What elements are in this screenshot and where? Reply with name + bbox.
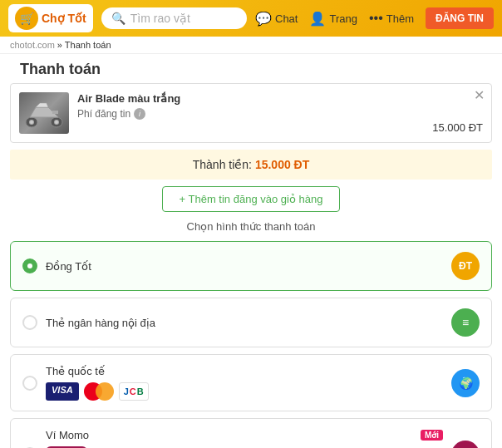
close-button[interactable]: ✕ — [474, 89, 485, 102]
search-icon: 🔍 — [111, 12, 126, 25]
payment-label-momo: Ví Momo — [46, 429, 416, 441]
user-icon: 👤 — [309, 11, 326, 27]
product-info: Air Blade màu trắng Phí đăng tin i — [77, 92, 483, 120]
nav-items: 💬 Chat 👤 Trang ••• Thêm ĐĂNG TIN — [255, 7, 494, 29]
payment-section-title: Chọn hình thức thanh toán — [10, 220, 492, 233]
radio-bank — [22, 315, 37, 330]
icon-intl: 🌍 — [451, 369, 480, 397]
product-image — [19, 92, 69, 134]
product-name: Air Blade màu trắng — [77, 92, 483, 105]
header: 🛒 Chợ Tốt 🔍 Tìm rao vặt 💬 Chat 👤 Trang •… — [0, 0, 502, 37]
payment-label-bank: Thẻ ngân hàng nội địa — [46, 317, 443, 329]
nav-them-label: Thêm — [386, 12, 414, 25]
nav-chat-label: Chat — [275, 12, 298, 25]
jcb-logo: JCB — [119, 382, 149, 401]
fee-label: Phí đăng tin — [77, 108, 130, 120]
search-input[interactable]: Tìm rao vặt — [130, 12, 190, 25]
visa-logo: VISA — [46, 382, 79, 401]
nav-them[interactable]: ••• Thêm — [369, 11, 414, 26]
payment-option-momo[interactable]: Ví Momo Mới momo 💳 — [10, 418, 492, 448]
search-bar[interactable]: 🔍 Tìm rao vặt — [101, 7, 247, 29]
total-label: Thành tiền: — [193, 158, 252, 171]
icon-dong-tot: ĐT — [451, 252, 480, 280]
breadcrumb-home[interactable]: chotot.com — [10, 40, 55, 50]
radio-dong-tot — [22, 258, 37, 273]
payment-option-intl[interactable]: Thẻ quốc tế VISA JCB 🌍 — [10, 354, 492, 411]
register-button[interactable]: ĐĂNG TIN — [426, 7, 494, 29]
payment-option-dong-tot[interactable]: Đồng Tốt ĐT — [10, 241, 492, 291]
chat-icon: 💬 — [255, 11, 272, 27]
payment-label-dong-tot: Đồng Tốt — [46, 260, 443, 273]
payment-label-intl: Thẻ quốc tế — [46, 365, 105, 377]
add-cart-button[interactable]: + Thêm tin đăng vào giỏ hàng — [162, 186, 341, 212]
more-icon: ••• — [369, 11, 383, 26]
nav-trang[interactable]: 👤 Trang — [309, 11, 357, 27]
nav-chat[interactable]: 💬 Chat — [255, 11, 298, 27]
icon-momo: 💳 — [451, 441, 480, 449]
payment-option-bank[interactable]: Thẻ ngân hàng nội địa ≡ — [10, 298, 492, 347]
svg-point-4 — [30, 121, 33, 124]
momo-new-badge: Mới — [421, 430, 443, 441]
product-price: 15.000 ĐT — [432, 121, 483, 134]
nav-trang-label: Trang — [329, 12, 357, 25]
breadcrumb: chotot.com » Thanh toán — [0, 37, 502, 54]
radio-intl — [22, 376, 37, 391]
main-content: Thanh toán Air Blade màu trắng — [0, 54, 502, 448]
logo[interactable]: 🛒 Chợ Tốt — [8, 4, 93, 32]
page-title: Thanh toán — [10, 54, 492, 83]
info-icon[interactable]: i — [134, 108, 145, 120]
logo-text: Chợ Tốt — [42, 12, 86, 25]
mastercard-logo — [84, 382, 114, 401]
total-bar: Thành tiền: 15.000 ĐT — [10, 150, 492, 180]
breadcrumb-current: Thanh toán — [65, 40, 111, 50]
icon-bank: ≡ — [451, 308, 480, 337]
total-amount: 15.000 ĐT — [255, 158, 309, 171]
logo-icon: 🛒 — [15, 7, 38, 30]
svg-point-5 — [55, 121, 58, 124]
product-card: Air Blade màu trắng Phí đăng tin i 15.00… — [10, 83, 492, 143]
cards-row: VISA JCB — [46, 382, 443, 401]
product-fee: Phí đăng tin i — [77, 108, 483, 120]
